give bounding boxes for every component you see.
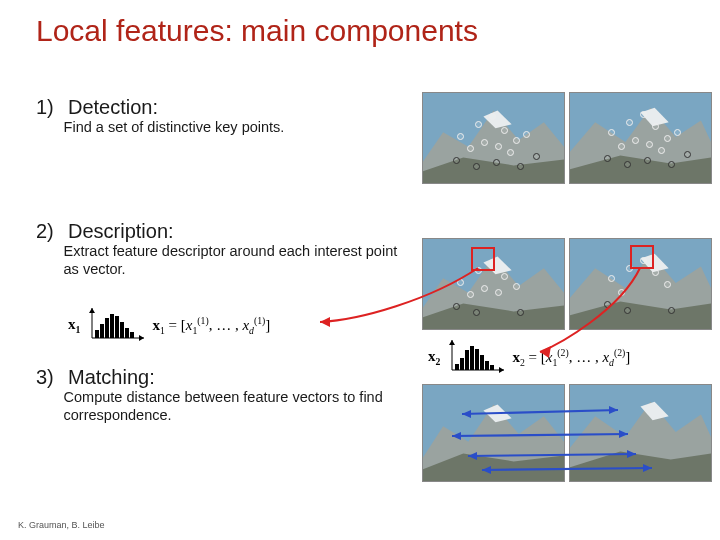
svg-rect-11 xyxy=(130,332,134,338)
svg-marker-14 xyxy=(499,367,504,373)
mountain-image-left xyxy=(422,92,565,184)
section-number: 2) xyxy=(36,220,68,243)
svg-rect-21 xyxy=(480,355,484,370)
section-desc: Extract feature descriptor around each i… xyxy=(36,243,416,278)
svg-rect-17 xyxy=(460,358,464,370)
svg-marker-40 xyxy=(320,317,330,327)
svg-rect-4 xyxy=(95,330,99,338)
svg-rect-18 xyxy=(465,350,469,370)
section-heading: 2)Description: xyxy=(36,220,416,243)
section-desc: Compute distance between feature vectors… xyxy=(36,389,416,424)
section-matching: 3)Matching: Compute distance between fea… xyxy=(36,366,416,424)
svg-rect-23 xyxy=(490,365,494,370)
vector-x1: x1 = [x1(1), … , xd(1)] xyxy=(152,315,270,336)
section-number: 3) xyxy=(36,366,68,389)
symbol-x2: x2 xyxy=(428,348,440,367)
svg-rect-10 xyxy=(125,328,129,338)
mountain-image-left xyxy=(422,384,565,482)
section-heading: 1)Detection: xyxy=(36,96,416,119)
formula-x1: x1 x1 = [x1(1), … , xd(1)] xyxy=(68,306,270,344)
section-description: 2)Description: Extract feature descripto… xyxy=(36,220,416,278)
svg-rect-20 xyxy=(475,349,479,370)
symbol-x1: x1 xyxy=(68,316,80,335)
svg-rect-6 xyxy=(105,318,109,338)
slide-title: Local features: main components xyxy=(0,0,720,48)
svg-rect-9 xyxy=(120,322,124,338)
patch-box-right xyxy=(630,245,654,269)
matching-image-pair xyxy=(422,384,712,482)
histogram-icon xyxy=(446,338,506,376)
svg-marker-3 xyxy=(89,308,95,313)
svg-rect-22 xyxy=(485,361,489,370)
svg-rect-19 xyxy=(470,346,474,370)
svg-marker-15 xyxy=(449,340,455,345)
mountain-image-left xyxy=(422,238,565,330)
section-title: Detection: xyxy=(68,96,158,118)
svg-rect-16 xyxy=(455,364,459,370)
mountain-image-right xyxy=(569,238,712,330)
section-detection: 1)Detection: Find a set of distinctive k… xyxy=(36,96,416,137)
histogram-icon xyxy=(86,306,146,344)
formula-x2: x2 x2 = [x1(2), … , xd(2)] xyxy=(428,338,630,376)
svg-marker-2 xyxy=(139,335,144,341)
detection-image-pair xyxy=(422,92,712,184)
section-heading: 3)Matching: xyxy=(36,366,416,389)
vector-x2: x2 = [x1(2), … , xd(2)] xyxy=(512,347,630,368)
mountain-image-right xyxy=(569,384,712,482)
svg-rect-8 xyxy=(115,316,119,338)
description-image-pair xyxy=(422,238,712,330)
section-desc: Find a set of distinctive key points. xyxy=(36,119,416,137)
patch-box-left xyxy=(471,247,495,271)
svg-rect-7 xyxy=(110,314,114,338)
svg-rect-5 xyxy=(100,324,104,338)
section-title: Matching: xyxy=(68,366,155,388)
mountain-image-right xyxy=(569,92,712,184)
section-number: 1) xyxy=(36,96,68,119)
section-title: Description: xyxy=(68,220,174,242)
attribution: K. Grauman, B. Leibe xyxy=(18,520,105,530)
